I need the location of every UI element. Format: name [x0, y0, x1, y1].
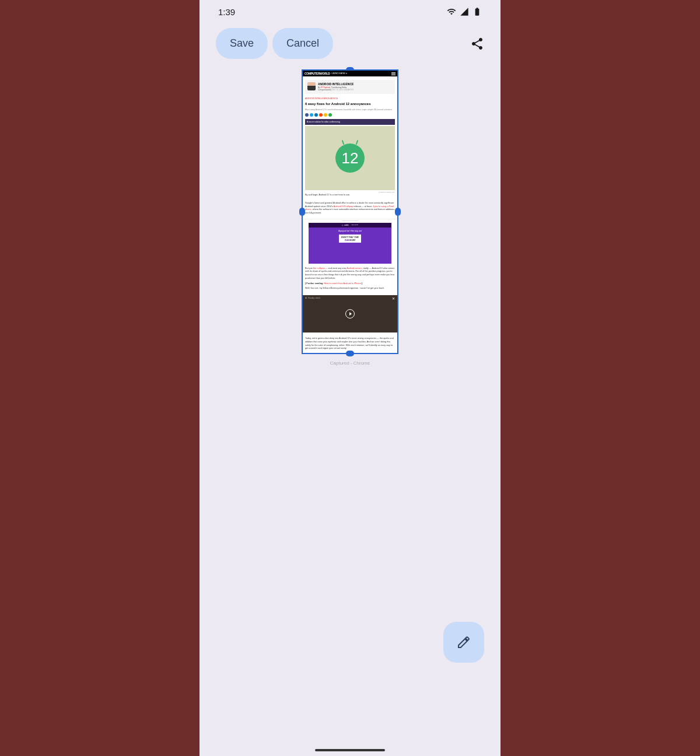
- edit-button[interactable]: [443, 622, 484, 663]
- reddit-icon: [319, 113, 323, 117]
- region-selector: UNITED STATES ▼: [332, 72, 348, 75]
- author-avatar: [307, 82, 316, 90]
- phone-frame: 1:39 Save Cancel COMPUTERWORLD UNITED ST…: [200, 0, 501, 756]
- ad2-headline: A payout isn't the way out: [311, 230, 389, 232]
- hero-image: 12 Google/JR Raphael, IDG: [305, 126, 395, 190]
- dek: Blast away Android 12's most bothersome …: [303, 107, 397, 113]
- cancel-button[interactable]: Cancel: [272, 28, 333, 59]
- link-like-lollipop: like Lollipop: [313, 267, 325, 270]
- breadcrumb: ANDROID INTELLIGENCE ADVICE: [303, 96, 397, 101]
- ad2-box: DON'T PAY THE RANSOM: [339, 235, 361, 243]
- paragraph-4: Well, fear not, my fellow efficiency-obs…: [303, 285, 397, 293]
- paragraph-2: Google's latest and greatest Android eff…: [303, 200, 397, 218]
- video-close-icon: ✕: [392, 297, 395, 300]
- paragraph-3: But just like Lollipop — and most any ne…: [303, 265, 397, 283]
- signal-icon: [460, 7, 469, 16]
- author-box: ANDROID INTELLIGENCE By JR Raphael, Cont…: [305, 80, 395, 94]
- crop-handle-left[interactable]: [299, 208, 305, 216]
- share-icon[interactable]: [470, 37, 484, 51]
- headline: 6 easy fixes for Android 12 annoyances: [303, 101, 397, 107]
- content-break: Content Continues Below: [303, 219, 397, 222]
- status-time: 1:39: [218, 7, 235, 17]
- pencil-icon: [457, 635, 471, 649]
- save-button[interactable]: Save: [216, 28, 268, 59]
- video-title: AI: Reality check: [305, 297, 320, 299]
- twitter-icon: [310, 113, 313, 117]
- android-12-logo: 12: [335, 144, 365, 173]
- screenshot-crop-frame[interactable]: COMPUTERWORLD UNITED STATES ▼ ANDROID IN…: [302, 69, 398, 354]
- share-row: [303, 112, 397, 118]
- status-icons: [447, 7, 482, 16]
- linkedin-icon: [314, 113, 318, 117]
- crop-handle-bottom[interactable]: [346, 351, 354, 356]
- facebook-icon: [305, 113, 309, 117]
- site-logo: COMPUTERWORLD: [304, 72, 330, 75]
- further-link: How to switch from Android to iPhone: [324, 282, 361, 285]
- link-android-version: Android version: [346, 267, 362, 270]
- nav-bar[interactable]: [315, 749, 385, 751]
- wifi-icon: [447, 7, 456, 16]
- ad-banner-1: A secure solution for video conferencing…: [305, 119, 395, 125]
- print-icon: [328, 113, 332, 117]
- play-icon: [345, 309, 355, 318]
- link-lollipop: Android 5.0 Lollipop: [334, 205, 354, 208]
- battery-icon: [473, 7, 482, 16]
- hamburger-icon: [391, 72, 396, 76]
- site-header: COMPUTERWORLD UNITED STATES ▼: [303, 71, 397, 76]
- captured-page: COMPUTERWORLD UNITED STATES ▼ ANDROID IN…: [303, 71, 397, 353]
- status-bar: 1:39: [200, 0, 501, 23]
- publication: Computerworld | DEC 10, 2021 3:00 AM PST: [318, 89, 354, 92]
- ad-banner-2: ◇ rubrik Zero Trust A payout isn't the w…: [309, 223, 391, 264]
- page-label: Captured - Chrome: [200, 360, 501, 366]
- crop-handle-right[interactable]: [395, 208, 401, 216]
- email-icon: [324, 113, 327, 117]
- ad2-logo: ◇ rubrik Zero Trust: [309, 223, 391, 228]
- image-credit: Google/JR Raphael, IDG: [379, 191, 395, 193]
- toolbar: Save Cancel: [200, 23, 501, 64]
- video-player: AI: Reality check ✕: [303, 295, 397, 332]
